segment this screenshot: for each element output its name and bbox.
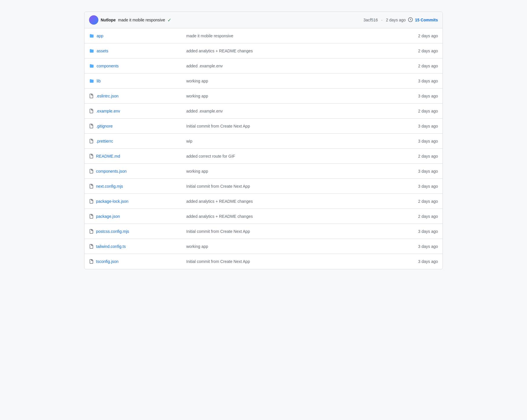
time-col: 3 days ago (403, 169, 438, 174)
file-icon (89, 108, 94, 114)
file-icon (89, 259, 94, 264)
file-list: app made it mobile responsive 2 days ago… (84, 28, 443, 269)
file-name[interactable]: README.md (96, 154, 120, 159)
table-row: postcss.config.mjs Initial commit from C… (84, 224, 443, 239)
file-name-col: .eslintrc.json (89, 93, 182, 99)
file-name[interactable]: tsconfig.json (96, 259, 119, 264)
time-col: 3 days ago (403, 259, 438, 264)
file-name-col: .prettierrc (89, 139, 182, 144)
time-col: 3 days ago (403, 124, 438, 128)
commit-message-col: made it mobile responsive (182, 34, 403, 38)
commit-message-col: Initial commit from Create Next App (182, 229, 403, 234)
file-icon (89, 199, 94, 204)
commit-message-col: working app (182, 79, 403, 83)
file-name-col: app (89, 34, 182, 38)
file-icon (89, 229, 94, 234)
file-name[interactable]: .eslintrc.json (96, 94, 119, 98)
file-icon (89, 124, 94, 129)
commit-message-col: added correct route for GIF (182, 154, 403, 159)
time-col: 3 days ago (403, 229, 438, 234)
commit-message-col: working app (182, 244, 403, 249)
file-name[interactable]: .example.env (96, 109, 120, 113)
clock-icon (408, 17, 413, 23)
table-row: .example.env added .example.env 2 days a… (84, 104, 443, 119)
time-col: 2 days ago (403, 49, 438, 53)
commit-message-col: Initial commit from Create Next App (182, 259, 403, 264)
time-col: 3 days ago (403, 94, 438, 98)
commit-message-col: added analytics + README changes (182, 199, 403, 204)
file-name-col: tsconfig.json (89, 259, 182, 264)
file-name-col: lib (89, 79, 182, 83)
commit-message-col: Initial commit from Create Next App (182, 124, 403, 128)
folder-icon (89, 34, 94, 38)
file-icon (89, 154, 94, 159)
table-row: assets added analytics + README changes … (84, 43, 443, 58)
file-name-col: package.json (89, 214, 182, 219)
file-icon (89, 93, 94, 99)
commit-author[interactable]: Nutlope (101, 18, 116, 22)
table-row: .gitignore Initial commit from Create Ne… (84, 119, 443, 134)
table-row: package-lock.json added analytics + READ… (84, 194, 443, 209)
commit-message-col: added analytics + README changes (182, 49, 403, 53)
file-name-col: postcss.config.mjs (89, 229, 182, 234)
commit-message-col: added .example.env (182, 109, 403, 113)
table-row: tsconfig.json Initial commit from Create… (84, 254, 443, 269)
file-name-col: assets (89, 49, 182, 53)
file-name[interactable]: package.json (96, 214, 120, 219)
file-name[interactable]: .prettierrc (96, 139, 113, 143)
table-row: README.md added correct route for GIF 2 … (84, 149, 443, 164)
table-row: .eslintrc.json working app 3 days ago (84, 89, 443, 104)
commit-hash: 3acf516 (363, 18, 378, 22)
table-row: app made it mobile responsive 2 days ago (84, 28, 443, 43)
commit-message-header: made it mobile responsive (118, 18, 165, 22)
table-row: .prettierrc wip 3 days ago (84, 134, 443, 149)
commit-time: 2 days ago (386, 18, 406, 22)
commits-link[interactable]: 15 Commits (415, 18, 438, 22)
file-name-col: .example.env (89, 108, 182, 114)
header-right: 3acf516 · 2 days ago 15 Commits (363, 17, 438, 23)
avatar (89, 15, 98, 25)
commits-label: 15 Commits (415, 18, 438, 22)
commit-message-col: Initial commit from Create Next App (182, 184, 403, 189)
file-name[interactable]: lib (97, 79, 101, 83)
table-row: tailwind.config.ts working app 3 days ag… (84, 239, 443, 254)
time-col: 2 days ago (403, 199, 438, 204)
folder-icon (89, 79, 94, 83)
file-name[interactable]: components.json (96, 169, 127, 174)
file-name[interactable]: next.config.mjs (96, 184, 123, 189)
file-name-col: components.json (89, 169, 182, 174)
table-row: lib working app 3 days ago (84, 73, 443, 89)
file-name-col: tailwind.config.ts (89, 244, 182, 249)
file-name[interactable]: .gitignore (96, 124, 113, 128)
file-name[interactable]: tailwind.config.ts (96, 244, 126, 249)
file-name[interactable]: assets (97, 49, 108, 53)
table-row: next.config.mjs Initial commit from Crea… (84, 179, 443, 194)
file-icon (89, 214, 94, 219)
folder-icon (89, 64, 94, 68)
file-icon (89, 184, 94, 189)
commit-message-col: working app (182, 169, 403, 174)
time-col: 2 days ago (403, 214, 438, 219)
file-name-col: README.md (89, 154, 182, 159)
commit-header: Nutlope made it mobile responsive ✓ 3acf… (84, 12, 443, 28)
file-name[interactable]: app (97, 34, 103, 38)
commit-message-col: added .example.env (182, 64, 403, 68)
commit-message-col: wip (182, 139, 403, 143)
table-row: components.json working app 3 days ago (84, 164, 443, 179)
table-row: package.json added analytics + README ch… (84, 209, 443, 224)
file-name[interactable]: postcss.config.mjs (96, 229, 129, 234)
header-left: Nutlope made it mobile responsive ✓ (89, 15, 171, 25)
time-col: 3 days ago (403, 244, 438, 249)
table-row: components added .example.env 2 days ago (84, 58, 443, 73)
time-col: 3 days ago (403, 139, 438, 143)
file-name-col: next.config.mjs (89, 184, 182, 189)
time-col: 2 days ago (403, 109, 438, 113)
file-name-col: .gitignore (89, 124, 182, 129)
commit-message-col: added analytics + README changes (182, 214, 403, 219)
folder-icon (89, 49, 94, 53)
time-col: 2 days ago (403, 64, 438, 68)
dot-separator: · (381, 18, 382, 22)
time-col: 3 days ago (403, 184, 438, 189)
file-name[interactable]: package-lock.json (96, 199, 128, 204)
file-name[interactable]: components (97, 64, 119, 68)
